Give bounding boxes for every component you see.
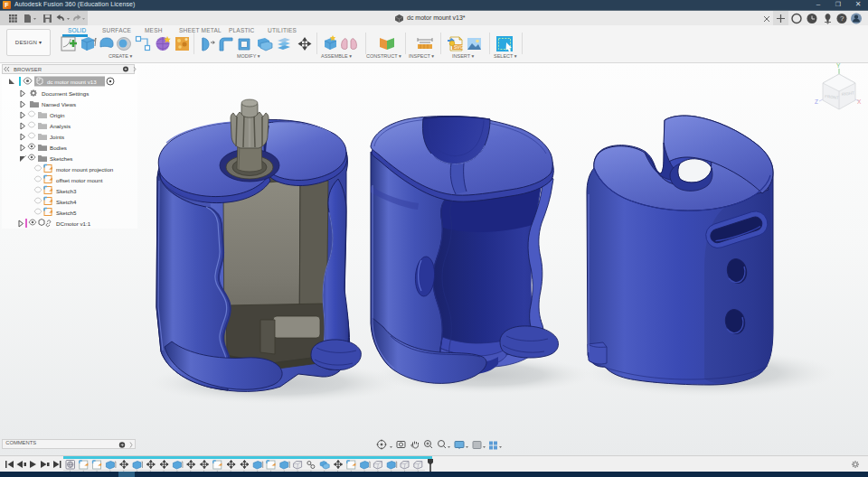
- svg-text:Named Views: Named Views: [42, 101, 76, 108]
- svg-text:offset motor mount: offset motor mount: [56, 177, 103, 183]
- svg-text:Sketch4: Sketch4: [56, 199, 77, 205]
- svg-text:DCmotor v1:1: DCmotor v1:1: [56, 220, 91, 227]
- svg-text:Sketch3: Sketch3: [56, 188, 77, 194]
- svg-text:Y: Y: [836, 63, 841, 69]
- svg-text:X: X: [857, 98, 862, 105]
- svg-text:Analysis: Analysis: [50, 123, 71, 129]
- svg-text:?: ?: [840, 14, 844, 23]
- svg-text:Origin: Origin: [50, 112, 65, 118]
- svg-text:dc motor mount v13: dc motor mount v13: [47, 79, 97, 85]
- svg-text:Bodies: Bodies: [50, 145, 67, 151]
- svg-text:Document Settings: Document Settings: [42, 90, 89, 97]
- svg-text:Z: Z: [815, 98, 818, 105]
- svg-text:BROWSER: BROWSER: [14, 67, 42, 72]
- svg-text:motor mount projection: motor mount projection: [56, 166, 114, 173]
- svg-text:Sketch5: Sketch5: [56, 210, 77, 216]
- svg-text:Joints: Joints: [50, 134, 64, 140]
- svg-text:Sketches: Sketches: [50, 155, 72, 162]
- svg-text:SVG: SVG: [454, 44, 464, 50]
